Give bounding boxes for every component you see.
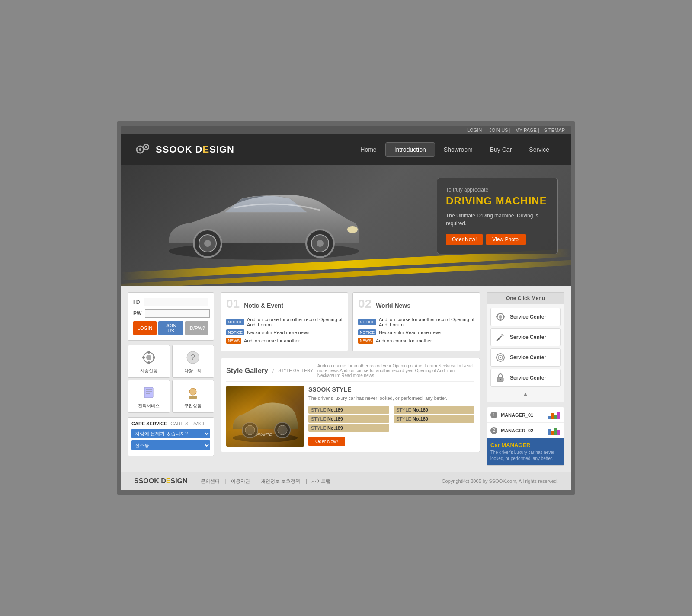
hero-title: DRIVING MACHINE	[446, 195, 549, 207]
topbar-joinus[interactable]: JOIN US	[489, 128, 510, 133]
news-text[interactable]: Audi on course for another record Openin…	[379, 317, 474, 327]
news-section: 01 Notic & Event NOTICE Audi on course f…	[221, 292, 480, 351]
topbar-login[interactable]: LOGIN	[467, 128, 484, 133]
service-icon-3	[494, 372, 506, 384]
news-text[interactable]: Audi on course for another	[244, 338, 300, 343]
login-pw-input[interactable]	[145, 309, 210, 318]
svg-rect-46	[548, 416, 551, 419]
service-item-0[interactable]: Service Center	[490, 308, 561, 326]
gallery-title: Style Gallery	[226, 367, 268, 375]
manager-chart-1	[548, 409, 561, 420]
style-item[interactable]: STYLE No.189	[394, 415, 474, 423]
service-item-2[interactable]: Service Center	[490, 348, 561, 367]
news-item: NOTICE Neckarsulm Read more news	[358, 329, 474, 335]
nav-introduction[interactable]: Introduction	[385, 142, 435, 157]
one-click-title: One Click Menu	[487, 292, 564, 304]
care-select-1[interactable]: 차량에 문제가 있습니까?	[131, 429, 210, 438]
nav-service[interactable]: Service	[520, 143, 558, 156]
svg-point-3	[145, 146, 147, 148]
style-items: STYLE No.189 STYLE No.189 STYLE No.189 S…	[308, 406, 474, 433]
svg-point-36	[500, 319, 501, 321]
quick-icon-2	[140, 384, 157, 401]
login-id-input[interactable]	[144, 298, 208, 306]
footer-logo: SSOOK DESIGN	[134, 477, 188, 485]
gallery-info: SSOOK STYLE The driver's luxury car has …	[308, 386, 474, 447]
gallery-content: AVANTE SSOOK STYLE The driver's luxury c…	[226, 386, 474, 447]
svg-point-37	[496, 316, 498, 318]
hero-subtitle: To truly appreciate	[446, 187, 549, 193]
quick-icon-1: ?	[184, 349, 202, 366]
quick-item-2[interactable]: 견적서비스	[128, 380, 170, 413]
quick-menu: 시승신청 ? 차량수리 견적서비스	[128, 345, 214, 413]
login-id-label: I D	[133, 299, 140, 305]
header: SSOOK DESIGN Home Introduction Showroom …	[121, 134, 571, 165]
style-item[interactable]: STYLE No.189	[394, 406, 474, 414]
badge-news: NEWS	[358, 338, 373, 344]
idpw-button[interactable]: ID/PW?	[185, 321, 208, 335]
svg-point-17	[153, 356, 155, 359]
footer-link-2[interactable]: 개인정보 보호정책	[261, 478, 307, 485]
news-text[interactable]: Audi on course for another	[376, 338, 432, 343]
footer-links: 문의센터 이용약관 개인정보 보호정책 사이트맵	[201, 478, 331, 485]
hero-buttons: Oder Now! View Photo!	[446, 234, 549, 245]
car-manager-desc: The driver's Luxury car has never looked…	[490, 450, 561, 462]
manager-item-2[interactable]: 2 MANAGER_02	[487, 423, 564, 438]
quick-item-1[interactable]: ? 차량수리	[172, 345, 215, 378]
ssook-style-desc: The driver's luxury car has never looked…	[308, 395, 474, 402]
topbar-mypage[interactable]: MY PAGE	[516, 128, 539, 133]
topbar-sitemap[interactable]: SITEMAP	[544, 128, 565, 133]
login-button[interactable]: LOGIN	[133, 321, 157, 335]
footer-link-0[interactable]: 문의센터	[201, 478, 227, 485]
main-content: I D PW LOGIN JOIN US ID/PW?	[121, 286, 571, 472]
manager-item-1[interactable]: 1 MANAGER_01	[487, 407, 564, 423]
svg-point-34	[499, 315, 502, 319]
joinus-button[interactable]: JOIN US	[158, 321, 183, 335]
style-item[interactable]: STYLE No.189	[308, 424, 389, 432]
style-item[interactable]: STYLE No.189	[308, 415, 389, 423]
hero-desc: The Ultimate Driving machine, Driving is…	[446, 212, 549, 227]
gallery-section: Style Gallery / STYLE GALLERY Audi on co…	[221, 358, 480, 452]
care-select-2[interactable]: 전조등	[131, 440, 210, 450]
service-label-3: Service Center	[510, 375, 546, 381]
svg-point-11	[347, 226, 358, 233]
site-container: SSOOK DESIGN Home Introduction Showroom …	[121, 134, 571, 490]
gallery-desc: Audi on course for another record year O…	[317, 364, 474, 378]
quick-label-0: 시승신청	[131, 368, 166, 374]
left-sidebar: I D PW LOGIN JOIN US ID/PW?	[128, 292, 214, 466]
footer-copyright: CopyrightKc) 2005 by SSOOK.com, All righ…	[442, 479, 558, 484]
service-item-1[interactable]: Service Center	[490, 328, 561, 346]
quick-label-2: 견적서비스	[131, 403, 166, 409]
footer-link-1[interactable]: 이용약관	[231, 478, 257, 485]
style-item[interactable]: STYLE No.189	[308, 406, 389, 414]
svg-point-24	[189, 388, 196, 395]
svg-point-15	[147, 361, 150, 364]
quick-item-0[interactable]: 시승신청	[128, 345, 170, 378]
order-now-button[interactable]: Oder Now!	[446, 234, 483, 245]
care-title: CARE SERVICE CARE SERVICE	[131, 421, 210, 426]
news-text[interactable]: Audi on course for another record Openin…	[247, 317, 343, 327]
nav-buycar[interactable]: Buy Car	[481, 143, 521, 156]
hero-section: To truly appreciate DRIVING MACHINE The …	[121, 165, 571, 286]
view-photo-button[interactable]: View Photo!	[486, 234, 526, 245]
quick-item-3[interactable]: 구입상담	[172, 380, 215, 413]
news-text[interactable]: Neckarsulm Read more news	[247, 330, 309, 335]
login-pw-row: PW	[133, 309, 208, 318]
nav-showroom[interactable]: Showroom	[435, 143, 481, 156]
arrow-up[interactable]: ▲	[490, 389, 561, 399]
hero-car	[156, 173, 381, 286]
hero-text-box: To truly appreciate DRIVING MACHINE The …	[437, 178, 558, 254]
news-text[interactable]: Neckarsulm Read more news	[379, 330, 441, 335]
badge-notice: NOTICE	[358, 329, 376, 335]
gallery-subtitle: STYLE GALLERY	[278, 368, 313, 373]
nav-home[interactable]: Home	[352, 143, 385, 156]
service-item-3[interactable]: Service Center	[490, 369, 561, 387]
car-svg	[156, 173, 372, 268]
svg-text:?: ?	[191, 353, 195, 362]
badge-notice: NOTICE	[358, 319, 376, 325]
gallery-order-button[interactable]: Oder Now!	[308, 437, 345, 446]
footer-link-3[interactable]: 사이트맵	[311, 478, 330, 485]
gallery-header: Style Gallery / STYLE GALLERY Audi on co…	[226, 364, 474, 382]
news-item: NOTICE Audi on course for another record…	[358, 317, 474, 327]
logo-gears-icon	[134, 141, 151, 158]
news-items-1: NOTICE Audi on course for another record…	[226, 317, 343, 344]
